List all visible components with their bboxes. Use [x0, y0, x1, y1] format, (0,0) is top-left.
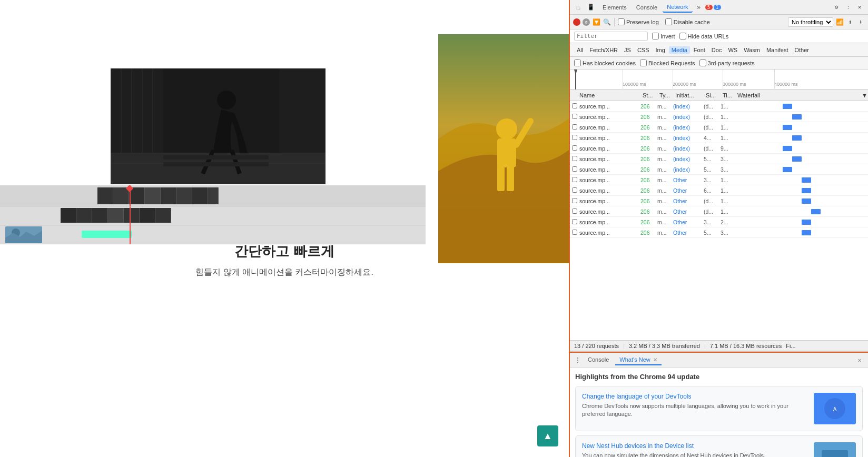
close-devtools-icon[interactable]: ✕	[854, 2, 865, 13]
row-checkbox-10[interactable]	[572, 208, 579, 215]
hide-urls-checkbox[interactable]	[679, 33, 686, 39]
filter-input[interactable]	[574, 32, 648, 41]
table-row[interactable]: source.mp... 206 m... Other 3... 1...	[570, 175, 868, 185]
table-row[interactable]: source.mp... 206 m... (index) 4... 1...	[570, 133, 868, 143]
invert-checkbox[interactable]	[652, 33, 659, 39]
table-row[interactable]: source.mp... 206 m... Other 5... 3...	[570, 227, 868, 238]
import-icon[interactable]: ⬆	[846, 18, 854, 26]
type-filter-js[interactable]: JS	[622, 46, 634, 54]
type-filter-font[interactable]: Font	[691, 46, 708, 54]
type-filter-other[interactable]: Other	[792, 46, 812, 54]
table-row[interactable]: source.mp... 206 m... Other (d... 1...	[570, 196, 868, 206]
table-row[interactable]: source.mp... 206 m... (index) (d... 1...	[570, 101, 868, 112]
header-waterfall[interactable]: Waterfall	[737, 92, 862, 98]
type-filter-all[interactable]: All	[574, 46, 586, 54]
devtools-device-icon[interactable]: 📱	[586, 2, 596, 13]
header-size[interactable]: Si...	[706, 92, 723, 98]
row-waterfall-1	[735, 112, 866, 122]
throttle-select[interactable]: No throttling Slow 3G Fast 3G	[788, 17, 833, 27]
filter-icon[interactable]: 🔽	[592, 18, 600, 26]
row-checkbox-3[interactable]	[572, 135, 579, 141]
type-filter-media[interactable]: Media	[669, 46, 690, 54]
disable-cache-label[interactable]: Disable cache	[665, 18, 710, 25]
disable-cache-checkbox[interactable]	[665, 18, 672, 25]
blocked-cookies-checkbox[interactable]	[574, 59, 581, 66]
settings-icon[interactable]: ⚙	[831, 2, 842, 13]
tab-elements[interactable]: Elements	[598, 3, 631, 12]
blocked-cookies-label[interactable]: Has blocked cookies	[574, 59, 636, 66]
throttle-label: No throttling Slow 3G Fast 3G	[788, 17, 833, 27]
tab-network[interactable]: Network	[663, 2, 692, 13]
hide-urls-label[interactable]: Hide data URLs	[679, 33, 729, 39]
row-type-9: m...	[657, 198, 673, 204]
row-waterfall-3	[735, 133, 866, 143]
wifi-icon[interactable]: 📶	[835, 18, 844, 26]
row-checkbox-4[interactable]	[572, 145, 579, 152]
type-filter-manifest[interactable]: Manifest	[764, 46, 791, 54]
scroll-to-top-button[interactable]: ▲	[537, 425, 558, 446]
table-row[interactable]: source.mp... 206 m... Other 6... 1...	[570, 185, 868, 196]
row-status-6: 206	[640, 166, 657, 173]
type-filter-img[interactable]: Img	[653, 46, 668, 54]
row-size-2: (d...	[704, 124, 721, 131]
row-checkbox-2[interactable]	[572, 124, 579, 131]
update-card-2-desc: You can now simulate the dimensions of N…	[582, 452, 807, 457]
header-initiator[interactable]: Initiat...	[675, 92, 706, 98]
third-party-checkbox[interactable]	[699, 59, 706, 66]
tab-whats-new[interactable]: What's New ✕	[615, 355, 661, 365]
type-filter-wasm[interactable]: Wasm	[741, 46, 763, 54]
clear-button[interactable]: ⊘	[583, 18, 590, 26]
row-waterfall-2	[735, 122, 866, 133]
row-waterfall-0	[735, 101, 866, 112]
invert-label[interactable]: Invert	[652, 33, 675, 39]
tab-console[interactable]: Console	[632, 3, 662, 12]
type-filter-xhr[interactable]: Fetch/XHR	[587, 46, 620, 54]
update-card-2-title[interactable]: New Nest Hub devices in the Device list	[582, 442, 807, 450]
row-checkbox-7[interactable]	[572, 177, 579, 183]
header-time[interactable]: Ti...	[723, 92, 737, 98]
row-checkbox-5[interactable]	[572, 156, 579, 162]
record-button[interactable]	[573, 18, 580, 26]
update-card-1-title[interactable]: Change the language of your DevTools	[582, 393, 807, 400]
row-checkbox-12[interactable]	[572, 230, 579, 236]
table-row[interactable]: source.mp... 206 m... Other 3... 2...	[570, 217, 868, 227]
devtools-inspect-icon[interactable]: ⬚	[573, 2, 584, 13]
row-checkbox-1[interactable]	[572, 114, 579, 120]
network-toolbar: ⊘ 🔽 🔍 Preserve log Disable cache No thro…	[570, 15, 868, 29]
whats-new-close[interactable]: ✕	[653, 357, 657, 363]
row-checkbox-9[interactable]	[572, 198, 579, 204]
search-icon[interactable]: 🔍	[603, 18, 611, 26]
row-checkbox-8[interactable]	[572, 187, 579, 194]
header-type[interactable]: Ty...	[659, 92, 675, 98]
type-filter-doc[interactable]: Doc	[709, 46, 725, 54]
table-row[interactable]: source.mp... 206 m... (index) (d... 9...	[570, 143, 868, 154]
bottom-panel-menu-icon[interactable]: ⋮	[574, 356, 581, 364]
svg-point-3	[217, 91, 236, 110]
preserve-log-label[interactable]: Preserve log	[618, 18, 659, 25]
more-tabs-btn[interactable]: »	[694, 2, 704, 13]
table-row[interactable]: source.mp... 206 m... Other (d... 1...	[570, 206, 868, 217]
row-checkbox-0[interactable]	[572, 103, 579, 110]
row-waterfall-11	[735, 217, 866, 227]
preserve-log-checkbox[interactable]	[618, 18, 625, 25]
more-options-icon[interactable]: ⋮	[843, 2, 853, 13]
blocked-requests-checkbox[interactable]	[640, 59, 647, 66]
blocked-requests-label[interactable]: Blocked Requests	[640, 59, 695, 66]
table-row[interactable]: source.mp... 206 m... (index) 5... 3...	[570, 164, 868, 175]
row-type-5: m...	[657, 156, 673, 162]
third-party-label[interactable]: 3rd-party requests	[699, 59, 755, 66]
checkbox-filter-row: Has blocked cookies Blocked Requests 3rd…	[570, 57, 868, 69]
type-filter-css[interactable]: CSS	[635, 46, 652, 54]
table-row[interactable]: source.mp... 206 m... (index) (d... 1...	[570, 112, 868, 122]
table-row[interactable]: source.mp... 206 m... (index) 5... 3...	[570, 154, 868, 164]
table-row[interactable]: source.mp... 206 m... (index) (d... 1...	[570, 122, 868, 133]
row-checkbox-6[interactable]	[572, 166, 579, 173]
row-checkbox-11[interactable]	[572, 219, 579, 225]
header-status[interactable]: St...	[643, 92, 659, 98]
bottom-panel-close[interactable]: ✕	[855, 356, 864, 364]
type-filter-ws[interactable]: WS	[725, 46, 740, 54]
row-size-8: 6...	[704, 187, 721, 194]
tab-console-bottom[interactable]: Console	[584, 355, 613, 365]
export-icon[interactable]: ⬇	[856, 18, 865, 26]
header-name[interactable]: Name	[579, 92, 643, 98]
